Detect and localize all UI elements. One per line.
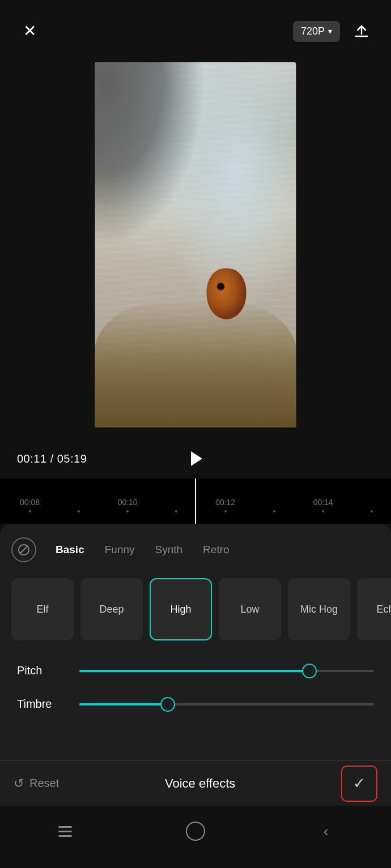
reset-button[interactable]: ↺ Reset	[14, 776, 59, 791]
timeline-cursor	[195, 478, 196, 524]
effect-elf-label: Elf	[36, 604, 48, 615]
pitch-fill	[79, 670, 309, 672]
timeline-marker-3: 00:12	[196, 498, 255, 512]
svg-line-1	[20, 546, 28, 554]
timbre-slider[interactable]	[79, 703, 374, 705]
timeline-label-1: 00:08	[20, 498, 40, 507]
effect-low[interactable]: Low	[219, 578, 281, 640]
top-bar: ✕ 720P ▾	[0, 0, 391, 62]
timeline-dot-1	[29, 510, 31, 512]
pitch-slider[interactable]	[79, 670, 374, 672]
reset-icon: ↺	[14, 776, 24, 791]
timeline-marker-2: 00:10	[98, 498, 158, 512]
effect-mic-hog-label: Mic Hog	[300, 604, 338, 615]
timbre-thumb[interactable]	[160, 697, 175, 712]
no-effect-button[interactable]	[11, 537, 36, 562]
timeline-marker-1: 00:08	[0, 498, 60, 512]
nav-menu-button[interactable]	[51, 817, 79, 845]
nav-home-button[interactable]	[181, 817, 210, 845]
timeline-dot-d	[371, 510, 373, 512]
effect-deep[interactable]: Deep	[80, 578, 143, 640]
quality-dropdown-icon: ▾	[328, 27, 332, 36]
fish-body	[206, 268, 246, 319]
pitch-slider-row: Pitch	[17, 664, 374, 677]
bottom-action-bar: ↺ Reset Voice effects ✓	[0, 760, 391, 806]
playback-bar: 00:11 / 05:19	[0, 439, 391, 478]
top-right-controls: 720P ▾	[293, 19, 374, 44]
video-dark-area	[95, 62, 206, 245]
reset-label: Reset	[29, 777, 59, 790]
time-separator: /	[50, 452, 57, 465]
confirm-button[interactable]: ✓	[341, 766, 377, 802]
quality-label: 720P	[301, 25, 325, 37]
menu-line-2	[58, 831, 72, 832]
play-button[interactable]	[181, 444, 210, 473]
video-ground	[95, 300, 296, 427]
pitch-thumb[interactable]	[302, 664, 317, 678]
timbre-label: Timbre	[17, 698, 68, 711]
close-icon: ✕	[23, 23, 36, 39]
effect-high-label: High	[170, 604, 191, 615]
timbre-fill	[79, 703, 168, 705]
sliders-section: Pitch Timbre	[0, 647, 391, 711]
tab-synth[interactable]: Synth	[147, 539, 191, 561]
timbre-slider-row: Timbre	[17, 698, 374, 711]
upload-button[interactable]	[349, 19, 374, 44]
video-preview	[95, 62, 296, 427]
nav-back-button[interactable]: ‹	[312, 817, 340, 845]
timeline-label-2: 00:10	[118, 498, 138, 507]
effect-mic-hog[interactable]: Mic Hog	[288, 578, 350, 640]
effect-deep-label: Deep	[99, 604, 124, 615]
effect-echo-label: Echo	[376, 604, 391, 615]
effects-scroll[interactable]: Elf Deep High Low Mic Hog Echo	[0, 571, 391, 647]
effect-high[interactable]: High	[150, 578, 212, 640]
effect-elf[interactable]: Elf	[11, 578, 74, 640]
menu-line-1	[58, 826, 72, 828]
menu-line-3	[58, 835, 72, 837]
timeline[interactable]: 00:08 00:10 00:12 00:14	[0, 478, 391, 524]
nav-bar: ‹	[0, 806, 391, 868]
quality-selector[interactable]: 720P ▾	[293, 21, 340, 42]
tab-basic[interactable]: Basic	[48, 539, 92, 561]
timeline-dot-a	[78, 510, 80, 512]
effect-low-label: Low	[240, 604, 259, 615]
timeline-dot-3	[224, 510, 227, 512]
home-circle-icon	[186, 822, 205, 841]
tab-retro[interactable]: Retro	[195, 539, 237, 561]
pitch-label: Pitch	[17, 664, 68, 677]
timeline-dot-4	[322, 510, 324, 512]
video-preview-container	[95, 62, 296, 427]
total-time: 05:19	[57, 452, 87, 465]
back-chevron-icon: ‹	[324, 823, 329, 840]
play-icon	[191, 451, 202, 466]
no-effect-icon	[18, 544, 30, 556]
tabs-row: Basic Funny Synth Retro	[0, 524, 391, 571]
time-display: 00:11 / 05:19	[17, 452, 87, 465]
fish-element	[201, 263, 252, 325]
current-time: 00:11	[17, 452, 47, 465]
timeline-dot-2	[126, 510, 129, 512]
timeline-dot-c	[273, 510, 275, 512]
check-icon: ✓	[353, 775, 366, 792]
timeline-label-3: 00:12	[215, 498, 235, 507]
timeline-dot-b	[175, 510, 177, 512]
effect-echo[interactable]: Echo	[357, 578, 391, 640]
close-button[interactable]: ✕	[17, 19, 42, 44]
fish-eye	[216, 283, 224, 290]
tab-funny[interactable]: Funny	[97, 539, 143, 561]
action-title: Voice effects	[165, 776, 235, 791]
upload-icon	[353, 23, 370, 40]
timeline-marker-4: 00:14	[294, 498, 353, 512]
menu-lines-icon	[58, 826, 72, 837]
timeline-label-4: 00:14	[313, 498, 333, 507]
